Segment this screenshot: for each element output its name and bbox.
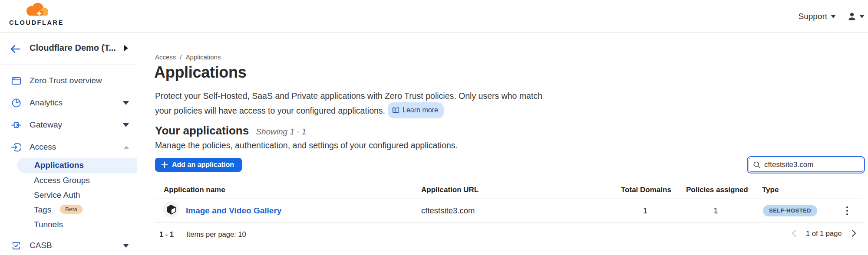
showing-count: Showing 1 - 1 [256, 127, 306, 137]
beta-badge: Beta [60, 205, 83, 214]
breadcrumb-separator: / [180, 53, 182, 61]
account-expand-icon[interactable] [124, 45, 128, 51]
cube-icon [166, 204, 176, 215]
column-header-total-domains: Total Domains [621, 186, 671, 196]
window-icon [11, 75, 21, 86]
sidebar-item-label: Applications [34, 160, 84, 170]
breadcrumb-current: Applications [186, 53, 221, 61]
sidebar-item-label: Tunnels [34, 220, 63, 229]
search-inner [749, 158, 863, 172]
cloudflare-logo[interactable]: CLOUDFLARE [8, 3, 65, 26]
items-per-page[interactable]: Items per page: 10 [186, 230, 246, 239]
table-row-divider [155, 222, 864, 222]
type-badge: SELF-HOSTED [763, 205, 817, 216]
application-url-cell: cftestsite3.com [421, 202, 475, 219]
application-link[interactable]: Image and Video Gallery [186, 206, 281, 216]
sidebar-item-label: Zero Trust overview [30, 76, 102, 85]
sidebar-item-access[interactable]: Access [0, 138, 137, 156]
page-description: Protect your Self-Hosted, SaaS and Priva… [155, 89, 542, 118]
sidebar-item-service-auth[interactable]: Service Auth [0, 188, 137, 203]
sidebar-item-analytics[interactable]: Analytics [0, 94, 137, 111]
section-heading-row: Your applications Showing 1 - 1 [155, 124, 306, 137]
access-login-icon [11, 142, 21, 152]
page-indicator: 1 of 1 page [806, 229, 842, 238]
add-application-button[interactable]: Add an application [155, 158, 242, 172]
chevron-up-icon [124, 146, 129, 149]
next-page-button[interactable] [850, 229, 858, 238]
section-subheading: Manage the policies, authentication, and… [155, 141, 458, 150]
total-domains-cell: 1 [621, 202, 670, 219]
main-content: Access / Applications Applications Prote… [155, 0, 868, 255]
sidebar-item-label: Service Auth [34, 190, 80, 200]
pagination-range: 1 - 1 [159, 230, 174, 239]
column-header-application-name: Application name [164, 186, 225, 196]
casb-check-icon [11, 240, 21, 251]
breadcrumb-access[interactable]: Access [155, 53, 176, 61]
account-header: Cloudflare Demo (T... [0, 33, 137, 65]
sidebar-item-casb[interactable]: CASB [0, 237, 137, 254]
search-input[interactable] [764, 160, 851, 169]
plus-icon [161, 161, 168, 168]
pagination-divider [180, 229, 180, 240]
sidebar-item-tunnels[interactable]: Tunnels [0, 217, 137, 232]
row-actions-menu[interactable] [843, 203, 851, 219]
sidebar-item-applications[interactable]: Applications [17, 158, 137, 173]
column-header-policies-assigned: Policies assigned [686, 186, 748, 196]
sidebar-item-tags[interactable]: Tags Beta [0, 203, 137, 217]
section-heading: Your applications [155, 124, 249, 137]
chevron-left-icon [791, 229, 797, 237]
sidebar-item-zero-trust-overview[interactable]: Zero Trust overview [0, 72, 137, 89]
chevron-right-icon [851, 229, 857, 237]
pagination-left: 1 - 1 Items per page: 10 [159, 229, 246, 240]
column-header-application-url: Application URL [421, 186, 479, 196]
sidebar: Cloudflare Demo (T... Zero Trust overvie… [0, 33, 137, 255]
sidebar-item-label: Gateway [30, 120, 62, 130]
page-description-text: Protect your Self-Hosted, SaaS and Priva… [155, 91, 542, 115]
pagination-right: 1 of 1 page [790, 229, 858, 238]
chevron-down-icon [123, 101, 129, 105]
learn-more-label: Learn more [403, 104, 438, 117]
add-application-label: Add an application [172, 161, 234, 169]
sidebar-item-gateway[interactable]: Gateway [0, 116, 137, 134]
chevron-down-icon [123, 244, 129, 248]
sidebar-item-label: Analytics [30, 98, 63, 108]
application-name-cell: Image and Video Gallery [186, 202, 281, 219]
back-arrow-icon[interactable] [10, 44, 21, 54]
cloudflare-zero-trust-dashboard: CLOUDFLARE Support Cloudflare Demo (T... [0, 0, 868, 255]
sidebar-item-access-groups[interactable]: Access Groups [0, 173, 137, 188]
page-title: Applications [154, 63, 246, 82]
table-header-divider [155, 199, 864, 199]
learn-more-link[interactable]: Learn more [388, 102, 444, 118]
column-header-type: Type [762, 186, 779, 196]
gateway-icon [11, 120, 21, 130]
search-icon [753, 161, 761, 169]
previous-page-button[interactable] [790, 229, 798, 238]
book-icon [392, 107, 399, 114]
chevron-down-icon [123, 123, 129, 127]
policies-assigned-cell: 1 [686, 202, 746, 219]
sidebar-item-label: Tags [34, 205, 51, 215]
sidebar-item-label: Access Groups [34, 176, 90, 185]
sidebar-item-label: CASB [30, 241, 52, 250]
breadcrumb: Access / Applications [155, 53, 221, 61]
application-icon [163, 201, 179, 218]
account-name[interactable]: Cloudflare Demo (T... [30, 43, 116, 53]
sidebar-item-label: Access [30, 142, 56, 152]
search-box [747, 156, 865, 173]
type-cell: SELF-HOSTED [763, 202, 817, 219]
cloudflare-logo-text: CLOUDFLARE [8, 19, 65, 26]
cloudflare-cloud-icon [20, 3, 53, 17]
analytics-pie-icon [11, 98, 21, 108]
